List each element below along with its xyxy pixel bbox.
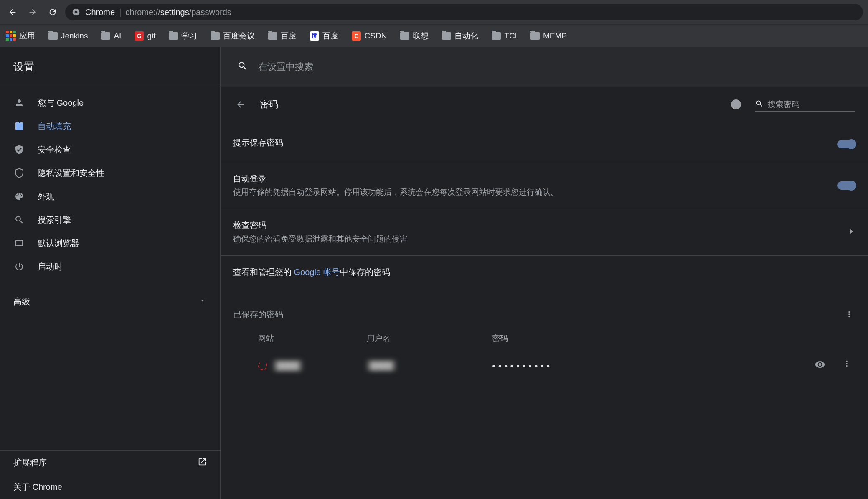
nav-label: 您与 Google bbox=[38, 97, 84, 109]
sidebar-nav: 您与 Google 自动填充 安全检查 隐私设置和安全性 外观 搜索引擎 bbox=[0, 87, 220, 450]
url-bar[interactable]: Chrome | chrome://settings/passwords bbox=[65, 4, 863, 20]
folder-icon bbox=[442, 32, 451, 40]
external-link-icon bbox=[198, 457, 207, 468]
nav-search-engine[interactable]: 搜索引擎 bbox=[0, 208, 220, 232]
apps-grid-icon bbox=[6, 31, 16, 41]
nav-privacy[interactable]: 隐私设置和安全性 bbox=[0, 161, 220, 185]
help-button[interactable] bbox=[728, 97, 744, 112]
bookmark-lenovo[interactable]: 联想 bbox=[398, 30, 430, 42]
bookmark-jenkins[interactable]: Jenkins bbox=[47, 31, 89, 41]
palette-icon bbox=[13, 191, 25, 202]
shield-icon bbox=[13, 167, 25, 179]
password-more-button[interactable] bbox=[842, 359, 851, 372]
settings-search-input[interactable] bbox=[258, 61, 851, 72]
shield-check-icon bbox=[13, 144, 25, 155]
csdn-favicon-icon: C bbox=[352, 31, 361, 41]
search-icon bbox=[13, 214, 25, 226]
reload-button[interactable] bbox=[45, 5, 60, 20]
about-label: 关于 Chrome bbox=[13, 481, 62, 493]
col-site: 网站 bbox=[233, 333, 367, 344]
col-pass: 密码 bbox=[492, 333, 609, 344]
setting-auto-signin: 自动登录 使用存储的凭据自动登录网站。停用该功能后，系统会在您每次登录网站时要求… bbox=[221, 162, 868, 209]
nav-label: 隐私设置和安全性 bbox=[38, 168, 104, 179]
password-user-cell: ████ bbox=[367, 361, 492, 370]
extensions-label: 扩展程序 bbox=[13, 457, 47, 468]
apps-shortcut[interactable]: 应用 bbox=[4, 30, 37, 42]
page-back-button[interactable] bbox=[233, 97, 248, 112]
bookmark-git[interactable]: Ggit bbox=[133, 31, 157, 41]
google-account-link[interactable]: Google 帐号 bbox=[294, 267, 340, 277]
password-table-header: 网站 用户名 密码 bbox=[221, 325, 868, 352]
search-passwords-field[interactable] bbox=[755, 98, 855, 112]
toggle-offer-save[interactable] bbox=[837, 140, 855, 148]
svg-point-3 bbox=[736, 107, 736, 107]
saved-passwords-more-button[interactable] bbox=[843, 308, 855, 321]
password-site-cell: ████ bbox=[233, 360, 367, 371]
chevron-down-icon bbox=[198, 296, 207, 307]
bookmark-tci[interactable]: TCI bbox=[490, 31, 519, 41]
url-text: Chrome | chrome://settings/passwords bbox=[85, 8, 231, 17]
folder-icon bbox=[101, 32, 110, 40]
nav-label: 默认浏览器 bbox=[38, 238, 79, 249]
google-account-text: 查看和管理您的 Google 帐号中保存的密码 bbox=[233, 267, 855, 278]
folder-icon bbox=[48, 32, 58, 40]
password-row[interactable]: ████ ████ ●●●●●●●●●● bbox=[221, 352, 868, 379]
settings-list: 提示保存密码 自动登录 使用存储的凭据自动登录网站。停用该功能后，系统会在您每次… bbox=[221, 122, 868, 295]
nav-autofill[interactable]: 自动填充 bbox=[0, 115, 220, 138]
nav-label: 自动填充 bbox=[38, 121, 71, 132]
settings-search-header bbox=[221, 47, 868, 87]
site-favicon-icon bbox=[258, 361, 267, 370]
saved-passwords-title: 已保存的密码 bbox=[233, 309, 283, 320]
nav-you-and-google[interactable]: 您与 Google bbox=[0, 91, 220, 115]
baidu-favicon-icon: 度 bbox=[310, 31, 319, 41]
settings-sidebar: 设置 您与 Google 自动填充 安全检查 隐私设置和安全性 外观 bbox=[0, 47, 221, 499]
nav-label: 安全检查 bbox=[38, 144, 71, 155]
folder-icon bbox=[211, 32, 220, 40]
back-button[interactable] bbox=[5, 5, 20, 20]
search-passwords-input[interactable] bbox=[768, 100, 867, 109]
folder-icon bbox=[492, 32, 501, 40]
apps-label: 应用 bbox=[19, 31, 35, 41]
person-icon bbox=[13, 97, 25, 109]
show-password-button[interactable] bbox=[815, 359, 825, 372]
clipboard-icon bbox=[13, 120, 25, 132]
sidebar-title: 设置 bbox=[0, 47, 220, 87]
svg-point-1 bbox=[75, 11, 78, 14]
bookmark-ai[interactable]: AI bbox=[99, 31, 123, 41]
chevron-right-icon bbox=[848, 228, 855, 237]
main-panel: 密码 提示保存密码 自动登录 使用存储的凭据自动登录网站。停用该功能后，系统会在 bbox=[221, 47, 868, 499]
nav-safety-check[interactable]: 安全检查 bbox=[0, 138, 220, 161]
nav-on-startup[interactable]: 启动时 bbox=[0, 255, 220, 278]
nav-label: 搜索引擎 bbox=[38, 214, 71, 226]
nav-extensions[interactable]: 扩展程序 bbox=[0, 451, 220, 475]
content-area: 设置 您与 Google 自动填充 安全检查 隐私设置和安全性 外观 bbox=[0, 47, 868, 499]
nav-appearance[interactable]: 外观 bbox=[0, 185, 220, 208]
browser-icon bbox=[13, 237, 25, 249]
setting-google-account-link: 查看和管理您的 Google 帐号中保存的密码 bbox=[221, 255, 868, 291]
setting-desc: 确保您的密码免受数据泄露和其他安全问题的侵害 bbox=[233, 234, 840, 244]
setting-check-passwords[interactable]: 检查密码 确保您的密码免受数据泄露和其他安全问题的侵害 bbox=[221, 209, 868, 255]
search-icon bbox=[755, 99, 764, 109]
setting-desc: 使用存储的凭据自动登录网站。停用该功能后，系统会在您每次登录网站时要求您进行确认… bbox=[233, 187, 829, 198]
nav-label: 启动时 bbox=[38, 261, 63, 272]
nav-about-chrome[interactable]: 关于 Chrome bbox=[0, 475, 220, 499]
forward-button[interactable] bbox=[25, 5, 40, 20]
nav-advanced[interactable]: 高级 bbox=[0, 287, 220, 316]
page-title: 密码 bbox=[260, 98, 278, 111]
toggle-auto-signin[interactable] bbox=[837, 181, 855, 190]
nav-default-browser[interactable]: 默认浏览器 bbox=[0, 232, 220, 255]
setting-title: 自动登录 bbox=[233, 173, 829, 184]
bookmark-study[interactable]: 学习 bbox=[167, 30, 199, 42]
url-app: Chrome bbox=[85, 8, 115, 17]
folder-icon bbox=[400, 32, 409, 40]
bookmark-baidu-meeting[interactable]: 百度会议 bbox=[209, 30, 256, 42]
bookmark-baidu-folder[interactable]: 百度 bbox=[266, 30, 298, 42]
bookmark-baidu[interactable]: 度百度 bbox=[308, 30, 340, 42]
bookmark-csdn[interactable]: CCSDN bbox=[350, 31, 388, 41]
bookmark-memp[interactable]: MEMP bbox=[529, 31, 569, 41]
search-icon bbox=[237, 61, 248, 73]
advanced-label: 高级 bbox=[13, 296, 30, 307]
saved-passwords-header: 已保存的密码 bbox=[221, 295, 868, 325]
password-site: ████ bbox=[273, 360, 302, 371]
bookmark-automation[interactable]: 自动化 bbox=[440, 30, 480, 42]
